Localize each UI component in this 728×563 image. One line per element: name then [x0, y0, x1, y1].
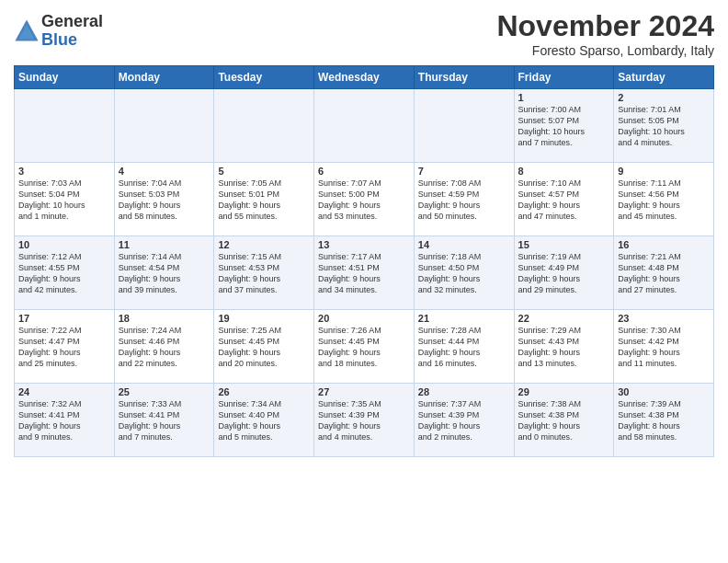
day-cell [15, 89, 115, 163]
day-cell [114, 89, 214, 163]
week-row-1: 1Sunrise: 7:00 AM Sunset: 5:07 PM Daylig… [15, 89, 714, 163]
header-row: SundayMondayTuesdayWednesdayThursdayFrid… [15, 66, 714, 89]
day-number: 13 [318, 239, 410, 250]
header-day-thursday: Thursday [414, 66, 514, 89]
day-cell: 26Sunrise: 7:34 AM Sunset: 4:40 PM Dayli… [214, 384, 314, 457]
day-number: 23 [618, 313, 710, 324]
day-info: Sunrise: 7:22 AM Sunset: 4:47 PM Dayligh… [18, 325, 110, 370]
day-number: 26 [218, 386, 310, 397]
week-row-4: 17Sunrise: 7:22 AM Sunset: 4:47 PM Dayli… [15, 310, 714, 384]
day-cell: 15Sunrise: 7:19 AM Sunset: 4:49 PM Dayli… [514, 236, 614, 310]
day-info: Sunrise: 7:15 AM Sunset: 4:53 PM Dayligh… [218, 251, 310, 296]
day-cell: 10Sunrise: 7:12 AM Sunset: 4:55 PM Dayli… [15, 236, 115, 310]
day-info: Sunrise: 7:10 AM Sunset: 4:57 PM Dayligh… [518, 178, 610, 223]
calendar-header: SundayMondayTuesdayWednesdayThursdayFrid… [15, 66, 714, 89]
header-day-tuesday: Tuesday [214, 66, 314, 89]
day-info: Sunrise: 7:25 AM Sunset: 4:45 PM Dayligh… [218, 325, 310, 370]
day-cell: 17Sunrise: 7:22 AM Sunset: 4:47 PM Dayli… [15, 310, 115, 384]
week-row-2: 3Sunrise: 7:03 AM Sunset: 5:04 PM Daylig… [15, 163, 714, 236]
day-number: 29 [518, 386, 610, 397]
day-number: 24 [18, 386, 110, 397]
day-number: 14 [418, 239, 510, 250]
day-number: 20 [318, 313, 410, 324]
day-info: Sunrise: 7:11 AM Sunset: 4:56 PM Dayligh… [618, 178, 710, 223]
header-day-friday: Friday [514, 66, 614, 89]
day-info: Sunrise: 7:34 AM Sunset: 4:40 PM Dayligh… [218, 398, 310, 443]
day-cell: 25Sunrise: 7:33 AM Sunset: 4:41 PM Dayli… [114, 384, 214, 457]
day-info: Sunrise: 7:08 AM Sunset: 4:59 PM Dayligh… [418, 178, 510, 223]
day-info: Sunrise: 7:38 AM Sunset: 4:38 PM Dayligh… [518, 398, 610, 443]
day-info: Sunrise: 7:26 AM Sunset: 4:45 PM Dayligh… [318, 325, 410, 370]
day-cell: 14Sunrise: 7:18 AM Sunset: 4:50 PM Dayli… [414, 236, 514, 310]
day-cell: 21Sunrise: 7:28 AM Sunset: 4:44 PM Dayli… [414, 310, 514, 384]
day-info: Sunrise: 7:17 AM Sunset: 4:51 PM Dayligh… [318, 251, 410, 296]
day-number: 8 [518, 166, 610, 177]
day-info: Sunrise: 7:12 AM Sunset: 4:55 PM Dayligh… [18, 251, 110, 296]
day-cell [414, 89, 514, 163]
header-day-sunday: Sunday [15, 66, 115, 89]
day-cell: 22Sunrise: 7:29 AM Sunset: 4:43 PM Dayli… [514, 310, 614, 384]
day-number: 11 [119, 239, 210, 250]
day-number: 21 [418, 313, 510, 324]
day-number: 15 [518, 239, 610, 250]
day-info: Sunrise: 7:21 AM Sunset: 4:48 PM Dayligh… [618, 251, 710, 296]
day-number: 3 [18, 166, 110, 177]
day-number: 25 [119, 386, 210, 397]
day-cell: 19Sunrise: 7:25 AM Sunset: 4:45 PM Dayli… [214, 310, 314, 384]
day-number: 5 [218, 166, 310, 177]
day-number: 17 [18, 313, 110, 324]
day-cell: 20Sunrise: 7:26 AM Sunset: 4:45 PM Dayli… [314, 310, 415, 384]
day-number: 1 [518, 92, 610, 103]
day-cell: 23Sunrise: 7:30 AM Sunset: 4:42 PM Dayli… [614, 310, 714, 384]
day-cell: 30Sunrise: 7:39 AM Sunset: 4:38 PM Dayli… [614, 384, 714, 457]
day-info: Sunrise: 7:14 AM Sunset: 4:54 PM Dayligh… [119, 251, 210, 296]
day-cell: 13Sunrise: 7:17 AM Sunset: 4:51 PM Dayli… [314, 236, 415, 310]
day-info: Sunrise: 7:18 AM Sunset: 4:50 PM Dayligh… [418, 251, 510, 296]
day-cell: 24Sunrise: 7:32 AM Sunset: 4:41 PM Dayli… [15, 384, 115, 457]
day-number: 12 [218, 239, 310, 250]
day-number: 18 [119, 313, 210, 324]
day-number: 30 [618, 386, 710, 397]
day-number: 22 [518, 313, 610, 324]
day-number: 6 [318, 166, 410, 177]
day-cell: 29Sunrise: 7:38 AM Sunset: 4:38 PM Dayli… [514, 384, 614, 457]
day-cell: 5Sunrise: 7:05 AM Sunset: 5:01 PM Daylig… [214, 163, 314, 236]
day-info: Sunrise: 7:33 AM Sunset: 4:41 PM Dayligh… [119, 398, 210, 443]
month-title: November 2024 [496, 9, 714, 43]
week-row-5: 24Sunrise: 7:32 AM Sunset: 4:41 PM Dayli… [15, 384, 714, 457]
day-info: Sunrise: 7:04 AM Sunset: 5:03 PM Dayligh… [119, 178, 210, 223]
logo-text: General Blue [41, 13, 103, 50]
day-info: Sunrise: 7:01 AM Sunset: 5:05 PM Dayligh… [618, 104, 710, 149]
day-info: Sunrise: 7:32 AM Sunset: 4:41 PM Dayligh… [18, 398, 110, 443]
day-number: 19 [218, 313, 310, 324]
day-cell: 1Sunrise: 7:00 AM Sunset: 5:07 PM Daylig… [514, 89, 614, 163]
day-number: 28 [418, 386, 510, 397]
header-day-monday: Monday [114, 66, 214, 89]
day-number: 16 [618, 239, 710, 250]
day-cell: 3Sunrise: 7:03 AM Sunset: 5:04 PM Daylig… [15, 163, 115, 236]
logo-blue: Blue [41, 31, 103, 50]
week-row-3: 10Sunrise: 7:12 AM Sunset: 4:55 PM Dayli… [15, 236, 714, 310]
day-info: Sunrise: 7:39 AM Sunset: 4:38 PM Dayligh… [618, 398, 710, 443]
day-number: 4 [119, 166, 210, 177]
day-cell: 7Sunrise: 7:08 AM Sunset: 4:59 PM Daylig… [414, 163, 514, 236]
day-info: Sunrise: 7:00 AM Sunset: 5:07 PM Dayligh… [518, 104, 610, 149]
day-cell: 4Sunrise: 7:04 AM Sunset: 5:03 PM Daylig… [114, 163, 214, 236]
calendar-body: 1Sunrise: 7:00 AM Sunset: 5:07 PM Daylig… [15, 89, 714, 457]
day-number: 10 [18, 239, 110, 250]
day-cell: 11Sunrise: 7:14 AM Sunset: 4:54 PM Dayli… [114, 236, 214, 310]
day-info: Sunrise: 7:03 AM Sunset: 5:04 PM Dayligh… [18, 178, 110, 223]
header-day-saturday: Saturday [614, 66, 714, 89]
day-info: Sunrise: 7:05 AM Sunset: 5:01 PM Dayligh… [218, 178, 310, 223]
day-number: 7 [418, 166, 510, 177]
day-info: Sunrise: 7:30 AM Sunset: 4:42 PM Dayligh… [618, 325, 710, 370]
day-cell: 8Sunrise: 7:10 AM Sunset: 4:57 PM Daylig… [514, 163, 614, 236]
day-info: Sunrise: 7:07 AM Sunset: 5:00 PM Dayligh… [318, 178, 410, 223]
calendar-table: SundayMondayTuesdayWednesdayThursdayFrid… [14, 65, 714, 457]
day-info: Sunrise: 7:19 AM Sunset: 4:49 PM Dayligh… [518, 251, 610, 296]
main-container: General Blue November 2024 Foresto Spars… [0, 0, 728, 462]
day-cell: 6Sunrise: 7:07 AM Sunset: 5:00 PM Daylig… [314, 163, 415, 236]
day-cell: 18Sunrise: 7:24 AM Sunset: 4:46 PM Dayli… [114, 310, 214, 384]
day-cell: 12Sunrise: 7:15 AM Sunset: 4:53 PM Dayli… [214, 236, 314, 310]
title-area: November 2024 Foresto Sparso, Lombardy, … [496, 9, 714, 58]
